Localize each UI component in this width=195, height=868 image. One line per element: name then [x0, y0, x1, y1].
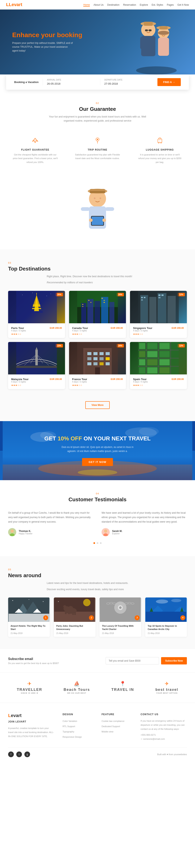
dest-card-paris[interactable]: 25% [8, 291, 65, 338]
svg-point-152 [83, 599, 91, 606]
nav-link-home[interactable]: Home [83, 3, 90, 7]
singapore-name: Singapore Tour [133, 327, 152, 330]
footer-design-item-4[interactable]: Responsive Design [62, 735, 93, 739]
footer-col-feature: Feature Cookie law compliance Dedicated … [102, 713, 133, 741]
dot-2[interactable] [97, 542, 98, 544]
svg-point-38 [47, 296, 47, 296]
svg-rect-11 [158, 37, 169, 56]
footer-feature-item-1[interactable]: Cookie law compliance [102, 719, 133, 723]
subscribe-email-input[interactable] [106, 657, 159, 664]
svg-rect-110 [147, 351, 158, 357]
footer-feature-link-1[interactable]: Cookie law compliance [102, 720, 124, 722]
singapore-price: EUR 200.00 [172, 327, 184, 329]
promo-button[interactable]: GET IT NOW [82, 458, 113, 466]
find-button[interactable]: FIND A → [158, 78, 181, 86]
nav-link-get[interactable]: Get It Now [177, 3, 189, 6]
news-image-4: 4 [145, 597, 187, 622]
nav-item-about[interactable]: About Us [93, 3, 103, 6]
departure-label: DEPARTURE DATE [104, 79, 154, 81]
travel-in-logo: TRAVEL IN [111, 687, 134, 694]
nav-link-pages[interactable]: Pages [167, 3, 174, 6]
svg-point-19 [158, 143, 159, 143]
news-subtitle: Latest news and tips for the best travel… [47, 581, 148, 585]
news-card-3[interactable]: 3 The Luxury Of Travelling With Yacht Ch… [100, 597, 141, 637]
nav-item-reservation[interactable]: Reservation [123, 3, 136, 6]
canada-stars: ★★★☆☆ [72, 333, 123, 336]
nav-item-get[interactable]: Get It Now [177, 3, 189, 6]
news-title-1: Airport Hotels: The Right Way To Start [10, 624, 47, 631]
arrival-input[interactable] [47, 82, 96, 85]
svg-point-16 [97, 139, 98, 140]
footer-feature-item-2[interactable]: Dedicated Support [102, 724, 133, 728]
nav-item-explore[interactable]: Explore [140, 3, 148, 6]
svg-rect-91 [100, 357, 104, 360]
nav-link-explore[interactable]: Explore [140, 3, 148, 6]
footer-design-link-3[interactable]: Typography [62, 731, 74, 733]
footer-feature-item-3[interactable]: Mobile-view [102, 730, 133, 733]
footer-design-item-1[interactable]: Color Variation [62, 719, 93, 723]
svg-rect-62 [149, 297, 157, 323]
subscribe-form: Subscribe Now [106, 657, 187, 664]
svg-point-127 [10, 529, 14, 533]
nav-link-destination[interactable]: Destination [107, 3, 119, 6]
dest-card-france[interactable]: 20% [69, 342, 126, 389]
footer-design-item-2[interactable]: RTL Support [62, 724, 93, 728]
brands-section: ✈ TRAVELLER SINCE ★ 1989 ★ ⛵ Beach Tours… [0, 673, 195, 703]
news-date-4: 21-May-2018 [148, 632, 185, 634]
news-card-4[interactable]: 4 Top 10 Spots to Stayover in Canadian A… [145, 597, 187, 637]
nav-link-styles[interactable]: Est. Styles [152, 3, 163, 6]
dest-card-singapore[interactable]: 12% [130, 291, 187, 338]
subscribe-button[interactable]: Subscribe Now [161, 657, 187, 664]
spain-price: EUR 200.00 [172, 378, 184, 380]
departure-input[interactable] [104, 82, 154, 85]
nav-item-pages[interactable]: Pages [167, 3, 174, 6]
view-more-button[interactable]: View More [85, 401, 110, 409]
svg-rect-56 [90, 302, 91, 303]
news-title-2: Party Jobs: Daunting But Unnecessary [56, 624, 93, 631]
svg-rect-45 [30, 311, 43, 313]
news-card-2[interactable]: 2 Party Jobs: Daunting But Unnecessary 2… [54, 597, 95, 637]
nav-link-reservation[interactable]: Reservation [123, 3, 136, 6]
svg-rect-48 [81, 303, 86, 323]
canada-name: Canada Tour [72, 327, 88, 330]
dest-card-canada[interactable]: 20% [69, 291, 126, 338]
svg-rect-92 [106, 357, 110, 360]
testimonial-item-2: We have seen and learned a lot of your l… [102, 511, 187, 536]
news-card-1[interactable]: 1 Airport Hotels: The Right Way To Start… [8, 597, 50, 637]
social-twitter[interactable]: t [16, 751, 22, 757]
svg-rect-30 [105, 207, 114, 211]
footer-design-link-2[interactable]: RTL Support [62, 725, 75, 727]
canada-price: EUR 200.00 [111, 327, 123, 329]
nav-item-styles[interactable]: Est. Styles [152, 3, 163, 6]
svg-rect-108 [160, 343, 170, 349]
paris-days: 4 days / 3 nights [11, 330, 62, 332]
footer-feature-link-3[interactable]: Mobile-view [102, 731, 113, 733]
nav-item-home[interactable]: Home [83, 3, 90, 6]
footer-design-link-4[interactable]: Responsive Design [62, 736, 82, 738]
dot-3[interactable] [100, 542, 102, 544]
footer-design-item-3[interactable]: Typography [62, 730, 93, 733]
social-facebook[interactable]: f [8, 751, 14, 757]
nav-link-about[interactable]: About Us [93, 3, 103, 6]
navbar: LLevart Home About Us Destination Reserv… [0, 0, 195, 9]
svg-point-149 [68, 606, 73, 610]
singapore-info: Singapore Tour EUR 200.00 4 days / 3 nig… [130, 323, 187, 338]
footer-design-link-1[interactable]: Color Variation [62, 720, 77, 722]
dot-1[interactable] [93, 542, 95, 544]
guarantee-title: Our Guarantee [8, 106, 187, 112]
canada-image: 20% [69, 291, 126, 323]
canada-info: Canada Tour EUR 200.00 4 days / 3 nights… [69, 323, 126, 338]
social-google[interactable]: g [24, 751, 30, 757]
destinations-title: Top Destinations [8, 266, 187, 272]
luggage-icon [155, 135, 165, 145]
booking-bar: Booking a Vacation ARRIVAL DATE DEPARTUR… [6, 74, 189, 90]
news-num-4: 4 [180, 615, 185, 620]
dest-card-malaysia[interactable]: 23% [8, 342, 65, 389]
footer-feature-link-2[interactable]: Dedicated Support [102, 725, 120, 727]
dest-card-spain[interactable]: 12% [130, 342, 187, 389]
svg-rect-146 [68, 610, 70, 614]
paris-image: 25% [8, 291, 65, 323]
svg-rect-3 [140, 37, 144, 49]
nav-item-destination[interactable]: Destination [107, 3, 119, 6]
svg-rect-13 [160, 26, 168, 29]
